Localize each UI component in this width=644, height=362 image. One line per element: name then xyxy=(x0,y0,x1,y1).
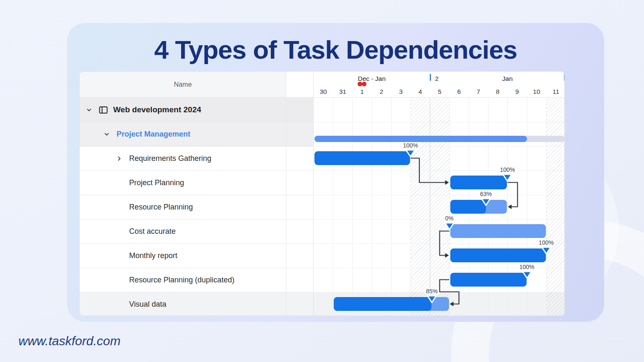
task-name-cell: Resource Planning xyxy=(80,195,286,219)
extra-cell xyxy=(286,171,313,195)
task-row-resource-planning[interactable]: Resource Planning xyxy=(80,195,313,219)
task-label: Visual data xyxy=(129,300,166,309)
day-label: 31 xyxy=(333,88,352,96)
task-name-cell: Resource Planning (duplicated) xyxy=(80,268,286,292)
task-row-project-management[interactable]: Project Management xyxy=(80,122,313,146)
extra-cell xyxy=(286,195,313,219)
task-label: Cost accurate xyxy=(129,227,176,236)
page-background: 4 Types of Task Dependencies Name Web de… xyxy=(0,0,644,362)
day-label: 8 xyxy=(488,88,507,96)
extra-cell xyxy=(286,122,313,146)
day-label: 9 xyxy=(507,88,527,96)
task-row-cost-accurate[interactable]: Cost accurate xyxy=(80,219,313,243)
progress-label: 63% xyxy=(473,191,499,197)
task-row-web-development-2024[interactable]: Web development 2024 xyxy=(80,98,313,122)
task-name-cell: Web development 2024 xyxy=(80,98,286,122)
chevron-down-icon[interactable] xyxy=(86,107,99,113)
task-name-cell: Cost accurate xyxy=(80,220,286,243)
progress-marker-icon[interactable] xyxy=(405,149,416,159)
week-divider-tick xyxy=(564,74,565,81)
task-row-monthly-report[interactable]: Monthly report xyxy=(80,243,313,268)
chevron-right-icon[interactable] xyxy=(117,156,129,161)
task-name-cell: Project Planning xyxy=(80,171,286,195)
week-label: Dec - Jan xyxy=(314,75,430,83)
table-rows: Web development 2024Project ManagementRe… xyxy=(80,98,313,316)
progress-marker-icon[interactable] xyxy=(522,271,532,281)
table-header: Name xyxy=(80,72,313,98)
extra-column-header xyxy=(286,72,313,97)
day-label: 6 xyxy=(449,88,469,96)
gantt-panel: Name Web development 2024Project Managem… xyxy=(79,71,565,316)
task-row-project-planning[interactable]: Project Planning xyxy=(80,171,313,195)
week-label: 2 xyxy=(435,75,439,83)
task-label: Resource Planning xyxy=(129,203,193,212)
day-label: 30 xyxy=(314,88,333,96)
task-label: Project Management xyxy=(117,130,190,139)
extra-cell xyxy=(286,244,313,268)
task-row-requirements-gathering[interactable]: Requirements Gathering xyxy=(80,146,313,171)
task-name-cell: Project Management xyxy=(80,122,286,146)
extra-cell xyxy=(286,268,313,292)
connector-arrowhead xyxy=(445,253,449,258)
timeline-header: Dec - Jan2Jan30311234567891011 xyxy=(314,72,565,98)
task-name-cell: Visual data xyxy=(80,292,286,316)
task-row-visual-data[interactable]: Visual data xyxy=(80,292,313,316)
connector-start-to-start xyxy=(440,231,449,256)
extra-cell xyxy=(286,292,313,316)
day-label: 7 xyxy=(469,88,488,96)
progress-label: 100% xyxy=(397,142,424,149)
day-label: 5 xyxy=(430,88,449,96)
week-label: Jan xyxy=(449,75,565,83)
layout-icon xyxy=(99,106,113,114)
extra-cell xyxy=(286,147,313,171)
task-label: Web development 2024 xyxy=(113,105,201,114)
website-url: www.taskford.com xyxy=(18,334,120,348)
page-title: 4 Types of Task Dependencies xyxy=(67,35,604,65)
task-name-cell: Monthly report xyxy=(80,244,286,268)
progress-marker-icon[interactable] xyxy=(541,246,552,256)
today-marker-icon xyxy=(362,82,366,86)
connector-finish-to-finish xyxy=(507,183,517,207)
infographic-card: 4 Types of Task Dependencies Name Web de… xyxy=(67,23,604,322)
progress-label: 100% xyxy=(514,264,540,270)
extra-cell xyxy=(286,220,313,243)
task-label: Requirements Gathering xyxy=(129,154,211,163)
task-name-cell: Requirements Gathering xyxy=(80,147,286,171)
task-row-resource-planning-duplicated[interactable]: Resource Planning (duplicated) xyxy=(80,268,313,292)
chart-rows: 100%100%63%0%100%100%85% xyxy=(314,98,565,316)
day-label: 10 xyxy=(527,88,546,96)
progress-marker-icon[interactable] xyxy=(502,173,513,184)
task-label: Resource Planning (duplicated) xyxy=(129,276,234,284)
progress-label: 85% xyxy=(418,288,445,295)
connector-arrowhead xyxy=(445,180,449,185)
progress-marker-icon[interactable] xyxy=(444,222,455,232)
day-label: 2 xyxy=(372,88,391,96)
progress-label: 0% xyxy=(436,215,463,222)
task-label: Project Planning xyxy=(129,178,184,187)
chevron-down-icon[interactable] xyxy=(104,132,117,137)
progress-marker-icon[interactable] xyxy=(426,295,437,305)
task-table: Name Web development 2024Project Managem… xyxy=(80,72,313,315)
connector-arrowhead xyxy=(450,302,454,306)
day-label: 3 xyxy=(391,88,410,96)
name-column-header: Name xyxy=(80,72,286,97)
gantt-chart: Dec - Jan2Jan30311234567891011 100%100%6… xyxy=(313,72,565,316)
task-label: Monthly report xyxy=(129,251,177,260)
progress-label: 100% xyxy=(533,239,560,246)
dependency-connectors xyxy=(314,98,565,316)
connector-arrowhead xyxy=(508,204,512,209)
day-label: 4 xyxy=(410,88,430,96)
day-label: 1 xyxy=(352,88,371,96)
progress-label: 100% xyxy=(494,166,521,173)
connector-finish-to-start xyxy=(410,158,445,183)
day-label: 11 xyxy=(546,88,565,96)
week-divider-tick xyxy=(430,74,431,81)
extra-cell xyxy=(286,98,313,122)
progress-marker-icon[interactable] xyxy=(480,198,491,208)
